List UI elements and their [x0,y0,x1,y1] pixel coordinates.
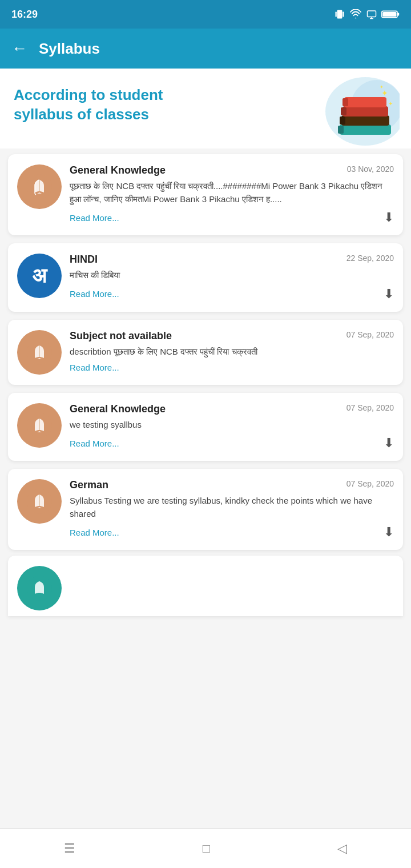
download-icon[interactable]: ⬇ [384,210,394,225]
svg-rect-1 [342,12,344,17]
card-item: Subject not available 07 Sep, 2020 descr… [8,320,403,385]
vibrate-icon [335,9,345,19]
card-subject: General Knowledge [70,403,166,415]
hero-illustration: ✦ ✦ ✦ [297,74,400,148]
status-icons [335,9,400,19]
cards-list: General Knowledge 03 Nov, 2020 पूछताछ के… [0,148,411,556]
battery-icon [381,9,400,19]
card-item: General Knowledge 07 Sep, 2020 we testin… [8,393,403,461]
read-more-button[interactable]: Read More... [70,528,119,537]
card-icon-3 [17,330,62,375]
svg-text:✦: ✦ [380,85,384,90]
read-more-button[interactable]: Read More... [70,289,119,299]
card-subject: HINDI [70,254,98,266]
card-content-2: HINDI 22 Sep, 2020 माचिस की डिबिया Read … [70,254,394,302]
card-icon-1 [17,164,62,209]
card-subject: German [70,479,108,491]
card-icon-4 [17,403,62,448]
back-nav-icon: ◁ [337,841,347,856]
svg-rect-2 [337,10,342,19]
hero-text: According to student syllabus of classes [14,86,208,124]
svg-text:✦: ✦ [381,89,388,98]
nav-home[interactable]: □ [203,841,210,856]
card-date: 22 Sep, 2020 [346,254,394,263]
hindi-character: अ [32,264,47,288]
card-description: पूछताछ के लिए NCB दफ्तर पहुंचीं रिया चक्… [70,180,394,206]
read-more-button[interactable]: Read More... [70,363,119,372]
card-content-5: German 07 Sep, 2020 Syllabus Testing we … [70,479,394,540]
screen-icon [366,9,377,19]
card-description: Syllabus Testing we are testing syllabus… [70,495,394,520]
svg-rect-10 [338,126,344,134]
svg-rect-12 [340,116,345,124]
svg-rect-15 [344,97,386,107]
card-description: माचिस की डिबिया [70,269,394,282]
download-icon[interactable]: ⬇ [384,436,394,451]
svg-rect-13 [342,106,388,116]
card-icon-5 [17,479,62,524]
download-icon[interactable]: ⬇ [384,287,394,302]
svg-rect-16 [342,98,348,106]
hero-section: According to student syllabus of classes… [0,69,411,148]
card-date: 07 Sep, 2020 [346,330,394,339]
status-time: 16:29 [11,9,38,21]
bottom-nav: ☰ □ ◁ [0,828,411,868]
download-icon[interactable]: ⬇ [384,525,394,540]
card-date: 03 Nov, 2020 [347,164,394,174]
svg-rect-6 [382,12,396,17]
svg-rect-14 [341,107,346,115]
card-item: German 07 Sep, 2020 Syllabus Testing we … [8,469,403,550]
card-date: 07 Sep, 2020 [346,479,394,488]
back-button[interactable]: ← [11,39,27,58]
read-more-button[interactable]: Read More... [70,439,119,448]
wifi-icon [349,9,362,19]
card-description: we testing syallbus [70,419,394,432]
svg-rect-9 [340,124,391,135]
menu-icon: ☰ [64,841,75,856]
card-date: 07 Sep, 2020 [346,403,394,412]
home-icon: □ [203,841,210,856]
card-item: अ HINDI 22 Sep, 2020 माचिस की डिबिया Rea… [8,243,403,312]
partial-card-icon [17,566,62,610]
svg-rect-3 [368,11,376,17]
card-subject: Subject not available [70,330,172,342]
status-bar: 16:29 [0,0,411,29]
nav-menu[interactable]: ☰ [64,841,75,856]
card-subject: General Knowledge [70,164,166,176]
svg-rect-11 [341,115,389,126]
svg-text:✦: ✦ [388,101,393,107]
page-title: Syllabus [39,40,100,58]
svg-rect-0 [336,12,337,17]
card-content-4: General Knowledge 07 Sep, 2020 we testin… [70,403,394,451]
partial-card [8,556,403,616]
nav-back[interactable]: ◁ [337,841,347,856]
card-icon-2: अ [17,254,62,298]
svg-rect-5 [397,13,399,16]
card-item: General Knowledge 03 Nov, 2020 पूछताछ के… [8,154,403,235]
card-content-3: Subject not available 07 Sep, 2020 descr… [70,330,394,373]
read-more-button[interactable]: Read More... [70,213,119,223]
header: ← Syllabus [0,29,411,69]
card-content-1: General Knowledge 03 Nov, 2020 पूछताछ के… [70,164,394,225]
card-description: describtion पूछताछ के लिए NCB दफ्तर पहुं… [70,345,394,359]
